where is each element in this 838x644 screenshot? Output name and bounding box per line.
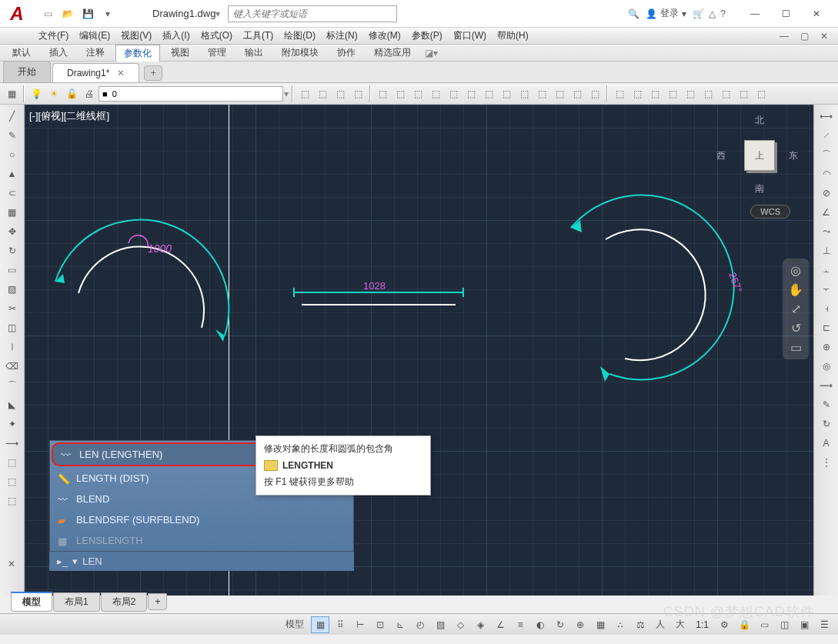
tb-icon-18[interactable]: ⬚ bbox=[611, 85, 628, 102]
tb-icon-4[interactable]: ⬚ bbox=[349, 85, 366, 102]
trim-icon[interactable]: ✂ bbox=[4, 300, 21, 317]
tb-icon-24[interactable]: ⬚ bbox=[717, 85, 734, 102]
tb-icon-25[interactable]: ⬚ bbox=[735, 85, 752, 102]
tb-icon-8[interactable]: ⬚ bbox=[427, 85, 444, 102]
app-switcher-icon[interactable]: △ bbox=[709, 8, 716, 19]
tb-icon-26[interactable]: ⬚ bbox=[753, 85, 770, 102]
tb-icon-12[interactable]: ⬚ bbox=[498, 85, 515, 102]
polyline-icon[interactable]: ✎ bbox=[4, 127, 21, 144]
steering-wheel-icon[interactable]: ◎ bbox=[790, 263, 801, 278]
transparency-icon[interactable]: ◐ bbox=[531, 616, 549, 633]
viewcube-west[interactable]: 西 bbox=[716, 149, 726, 162]
suggestion-lenslength[interactable]: ▦ LENSLENGTH bbox=[50, 530, 353, 551]
tb-icon-11[interactable]: ⬚ bbox=[480, 85, 497, 102]
tool-icon-c[interactable]: ⬚ bbox=[4, 492, 21, 509]
tb-icon-22[interactable]: ⬚ bbox=[682, 85, 699, 102]
viewport-label[interactable]: [-][俯视][二维线框] bbox=[29, 109, 109, 123]
lock-icon[interactable]: 🔓 bbox=[63, 85, 80, 102]
circle-icon[interactable]: ○ bbox=[4, 146, 21, 163]
dim-angular-icon[interactable]: ∠ bbox=[818, 204, 835, 221]
zoom-extents-icon[interactable]: ⤢ bbox=[791, 302, 801, 316]
rtab-parametric[interactable]: 参数化 bbox=[115, 45, 160, 62]
dim-style-icon[interactable]: A bbox=[818, 435, 835, 452]
wcs-badge[interactable]: WCS bbox=[750, 205, 790, 219]
cart-icon[interactable]: 🛒 bbox=[693, 8, 704, 19]
suggestion-blendsrf[interactable]: ▰ BLENDSRF (SURFBLEND) bbox=[50, 509, 353, 530]
palette-close-icon[interactable]: ✕ bbox=[8, 559, 20, 571]
save-icon[interactable]: 💾 bbox=[78, 5, 97, 23]
menu-dimension[interactable]: 标注(N) bbox=[326, 29, 358, 42]
dynamic-input-icon[interactable]: ⊡ bbox=[371, 616, 389, 633]
tb-icon-10[interactable]: ⬚ bbox=[462, 85, 479, 102]
drawing-canvas[interactable]: [-][俯视][二维线框] 1000 1028 267° bbox=[25, 105, 813, 596]
ribbon-expand-icon[interactable]: ◪▾ bbox=[425, 48, 438, 58]
tb-icon-7[interactable]: ⬚ bbox=[409, 85, 426, 102]
menu-modify[interactable]: 修改(M) bbox=[369, 29, 401, 42]
tb-icon-16[interactable]: ⬚ bbox=[569, 85, 586, 102]
menu-view[interactable]: 视图(V) bbox=[121, 29, 152, 42]
tb-icon-14[interactable]: ⬚ bbox=[533, 85, 550, 102]
showmotion-icon[interactable]: ▭ bbox=[790, 340, 802, 355]
menu-insert[interactable]: 插入(I) bbox=[162, 29, 189, 42]
signin-button[interactable]: 👤 登录 ▾ bbox=[646, 7, 686, 20]
menu-parametric[interactable]: 参数(P) bbox=[412, 29, 442, 42]
lwt-icon[interactable]: ≡ bbox=[511, 616, 529, 633]
grid-toggle-icon[interactable]: ▦ bbox=[311, 616, 329, 633]
rtab-insert[interactable]: 插入 bbox=[42, 45, 75, 61]
tab-drawing[interactable]: Drawing1*✕ bbox=[52, 63, 139, 82]
rtab-addins[interactable]: 附加模块 bbox=[274, 45, 326, 61]
rotate-icon[interactable]: ↻ bbox=[4, 242, 21, 259]
maximize-button[interactable]: ☐ bbox=[770, 2, 801, 25]
tb-icon-20[interactable]: ⬚ bbox=[646, 85, 663, 102]
search-input[interactable] bbox=[228, 5, 397, 22]
new-tab-button[interactable]: + bbox=[144, 65, 162, 81]
rtab-annotate[interactable]: 注释 bbox=[78, 45, 112, 61]
layer-combo[interactable]: ■ 0 bbox=[98, 86, 283, 102]
mirror-icon[interactable]: ▲ bbox=[4, 165, 21, 182]
viewcube-north[interactable]: 北 bbox=[755, 114, 764, 127]
region-icon[interactable]: ◫ bbox=[4, 319, 21, 336]
ws-min-icon[interactable]: — bbox=[775, 27, 793, 45]
viewcube-south[interactable]: 南 bbox=[755, 182, 764, 195]
dim-linear-icon[interactable]: ⟷ bbox=[818, 108, 835, 125]
menu-format[interactable]: 格式(O) bbox=[201, 29, 232, 42]
help-icon[interactable]: ? bbox=[720, 8, 726, 19]
infer-icon[interactable]: ⊢ bbox=[351, 616, 369, 633]
3dosnap-icon[interactable]: ◈ bbox=[471, 616, 489, 633]
command-line[interactable]: ▸_ ▾ LEN bbox=[49, 552, 354, 571]
dim-ord-icon[interactable]: ⊥ bbox=[818, 242, 835, 259]
osnap-icon[interactable]: ◇ bbox=[451, 616, 469, 633]
fillet-icon[interactable]: ⌒ bbox=[4, 377, 21, 394]
hatch-icon[interactable]: ▨ bbox=[4, 281, 21, 298]
new-icon[interactable]: ▭ bbox=[38, 5, 57, 23]
menu-window[interactable]: 窗口(W) bbox=[453, 29, 486, 42]
dim-base-icon[interactable]: ⫠ bbox=[818, 262, 835, 279]
dim-jogline-icon[interactable]: ⟿ bbox=[818, 377, 835, 394]
tb-icon-5[interactable]: ⬚ bbox=[374, 85, 391, 102]
snap-toggle-icon[interactable]: ⠿ bbox=[331, 616, 349, 633]
viewcube-east[interactable]: 东 bbox=[789, 149, 798, 162]
chamfer-icon[interactable]: ◣ bbox=[4, 396, 21, 413]
annoscale-icon[interactable]: ⚖ bbox=[631, 616, 649, 633]
dim-arc-icon[interactable]: ⌒ bbox=[818, 146, 835, 163]
explode-icon[interactable]: ✦ bbox=[4, 415, 21, 432]
offset-icon[interactable]: ⊂ bbox=[4, 185, 21, 202]
menu-tools[interactable]: 工具(T) bbox=[243, 29, 273, 42]
tb-icon-13[interactable]: ⬚ bbox=[516, 85, 533, 102]
dim-inspect-icon[interactable]: ◎ bbox=[818, 358, 835, 375]
tool-icon-a[interactable]: ⬚ bbox=[4, 454, 21, 471]
menu-help[interactable]: 帮助(H) bbox=[497, 29, 529, 42]
break-icon[interactable]: ⁞ bbox=[4, 339, 21, 355]
viewcube[interactable]: 北 南 东 西 上 bbox=[716, 112, 801, 197]
minimize-button[interactable]: — bbox=[740, 2, 770, 25]
ortho-icon[interactable]: ⊾ bbox=[391, 616, 409, 633]
menu-edit[interactable]: 编辑(E) bbox=[79, 29, 110, 42]
dim-break-icon[interactable]: ⊏ bbox=[818, 319, 835, 336]
menu-draw[interactable]: 绘图(D) bbox=[284, 29, 316, 42]
rtab-default[interactable]: 默认 bbox=[5, 45, 38, 61]
close-button[interactable]: ✕ bbox=[801, 2, 832, 25]
sun-icon[interactable]: ☀ bbox=[45, 85, 62, 102]
ucs-icon[interactable]: ⛬ bbox=[611, 616, 629, 633]
tb-icon-1[interactable]: ⬚ bbox=[296, 85, 313, 102]
tb-icon-23[interactable]: ⬚ bbox=[699, 85, 716, 102]
